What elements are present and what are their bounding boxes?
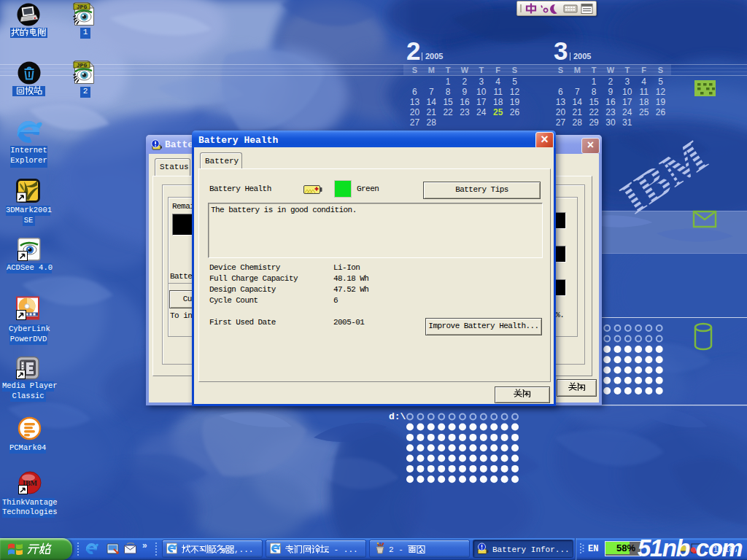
svg-text:JPG: JPG bbox=[77, 62, 88, 69]
svg-text:JPG: JPG bbox=[77, 4, 88, 10]
svg-text:»: » bbox=[142, 540, 147, 551]
